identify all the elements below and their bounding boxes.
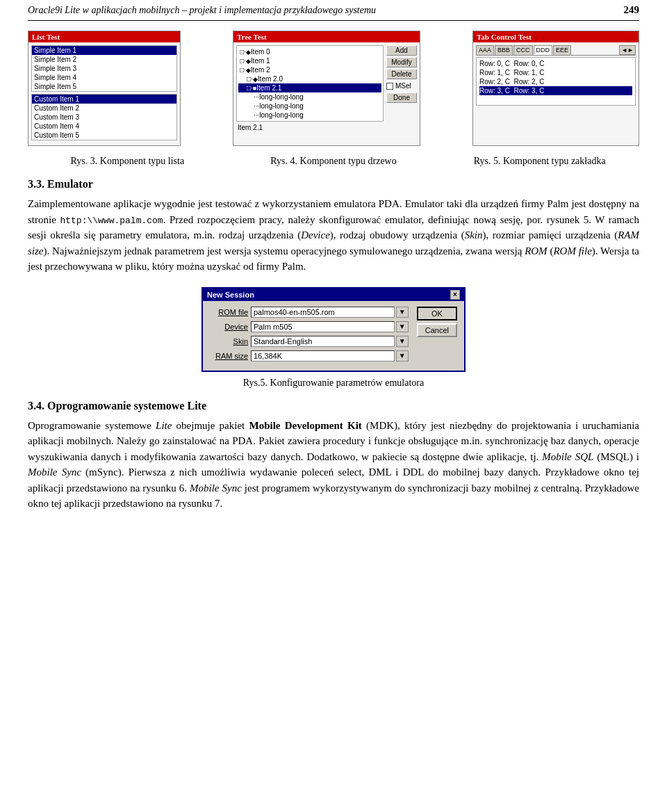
tab-row: Row: 2, C Row: 2, C	[479, 77, 632, 86]
dialog-row-device: Device ▼	[210, 321, 409, 332]
section-33-para1: Zaimplementowane aplikacje wygodnie jest…	[28, 196, 639, 275]
list-item[interactable]: Custom Item 3	[32, 113, 176, 122]
ram-field-row: ▼	[251, 350, 409, 362]
fig4-caption: Rys. 4. Komponent typu drzewo	[234, 156, 434, 167]
dialog-title: New Session	[207, 291, 254, 299]
tree-item[interactable]: ···long-long-long	[238, 92, 381, 102]
dialog-fields: ROM file ▼ Device ▼	[210, 307, 409, 365]
tab-nav-button[interactable]: ◄►	[619, 45, 636, 55]
device-dropdown-button[interactable]: ▼	[396, 321, 409, 332]
tab-test-body: AAA BBB CCC DDD EEE ◄► Row: 0, C Row: 0,…	[473, 45, 639, 108]
tab-row: Row: 1, C Row: 1, C	[479, 68, 632, 77]
ram-label: RAM size	[210, 352, 248, 360]
list-item[interactable]: Simple Item 5	[32, 82, 176, 91]
skin-dropdown-button[interactable]: ▼	[396, 336, 409, 347]
fig5-dialog-caption: Rys.5. Konfigurowanie parametrów emulato…	[28, 377, 639, 389]
list-item[interactable]: Simple Item 1	[32, 46, 176, 55]
tab-aaa[interactable]: AAA	[476, 45, 494, 55]
tree-item[interactable]: ···long-long-long	[238, 102, 381, 111]
tree-panel: □·◆Item 0 □·◆Item 1 □·◆Item 2 □·◆Item 2.…	[236, 45, 384, 122]
cancel-button[interactable]: Cancel	[417, 323, 457, 337]
rom-dropdown-button[interactable]: ▼	[396, 307, 409, 318]
done-button[interactable]: Done	[386, 92, 417, 103]
list-item[interactable]: Simple Item 2	[32, 55, 176, 64]
tree-test-body: □·◆Item 0 □·◆Item 1 □·◆Item 2 □·◆Item 2.…	[233, 45, 420, 134]
ram-dropdown-button[interactable]: ▼	[396, 350, 409, 362]
device-label: Device	[210, 323, 248, 331]
figures-row: List Test Simple Item 1 Simple Item 2 Si…	[28, 31, 639, 146]
tab-content: Row: 0, C Row: 0, C Row: 1, C Row: 1, C …	[476, 57, 636, 106]
section-34-heading: 3.4. Oprogramowanie systemowe Lite	[28, 400, 639, 412]
page-header: Oracle9i Lite w aplikacjach mobilnych – …	[28, 0, 639, 21]
add-button[interactable]: Add	[386, 45, 417, 56]
item-label-row: Item 2.1	[236, 124, 384, 131]
figures-captions: Rys. 3. Komponent typu lista Rys. 4. Kom…	[28, 156, 639, 167]
section-34-para1: Oprogramowanie systemowe Lite obejmuje p…	[28, 418, 639, 512]
tab-row: Row: 0, C Row: 0, C	[479, 59, 632, 68]
tab-test-title: Tab Control Test	[473, 31, 639, 42]
list-item[interactable]: Custom Item 1	[32, 95, 176, 104]
tab-row-selected: Row: 3, C Row: 3, C	[479, 86, 632, 95]
fig5-caption: Rys. 5. Komponent typu zakładka	[440, 156, 639, 167]
dialog-close-button[interactable]: ×	[450, 290, 460, 300]
page-number: 249	[624, 4, 640, 16]
list-item[interactable]: Custom Item 5	[32, 131, 176, 140]
rom-input[interactable]	[251, 307, 395, 318]
list-item[interactable]: Simple Item 4	[32, 73, 176, 82]
dialog-row-ram: RAM size ▼	[210, 350, 409, 362]
tab-bar: AAA BBB CCC DDD EEE ◄►	[476, 45, 636, 56]
custom-items-list: Custom Item 1 Custom Item 2 Custom Item …	[31, 94, 177, 140]
url-code: http:\\www.palm.com	[60, 216, 163, 226]
msel-row: MSel	[386, 82, 417, 90]
tree-test-figure: Tree Test □·◆Item 0 □·◆Item 1 □·◆Item 2 …	[233, 31, 420, 146]
device-input[interactable]	[251, 321, 395, 332]
new-session-dialog: New Session × ROM file ▼ Device	[201, 287, 466, 372]
skin-label: Skin	[210, 337, 248, 346]
dialog-titlebar: New Session ×	[203, 289, 464, 301]
device-field-row: ▼	[251, 321, 409, 332]
simple-items-list: Simple Item 1 Simple Item 2 Simple Item …	[31, 45, 177, 92]
tab-eee[interactable]: EEE	[553, 45, 571, 55]
modify-button[interactable]: Modify	[386, 57, 417, 67]
list-test-figure: List Test Simple Item 1 Simple Item 2 Si…	[28, 31, 181, 146]
tree-item[interactable]: □·◆Item 0	[238, 47, 381, 56]
dialog-row-skin: Skin ▼	[210, 336, 409, 347]
list-item[interactable]: Custom Item 4	[32, 122, 176, 131]
tab-ddd[interactable]: DDD	[534, 45, 553, 55]
list-test-title: List Test	[28, 31, 180, 42]
dialog-body: ROM file ▼ Device ▼	[203, 301, 464, 371]
tab-ccc[interactable]: CCC	[513, 45, 533, 55]
dialog-row-rom: ROM file ▼	[210, 307, 409, 318]
section-33-heading: 3.3. Emulator	[28, 178, 639, 190]
skin-field-row: ▼	[251, 336, 409, 347]
rom-field-row: ▼	[251, 307, 409, 318]
delete-button[interactable]: Delete	[386, 69, 417, 79]
tree-buttons: Add Modify Delete MSel Done	[386, 45, 417, 131]
dialog-buttons: OK Cancel	[417, 307, 457, 365]
tree-item[interactable]: □·◆Item 2	[238, 65, 381, 74]
list-item[interactable]: Simple Item 3	[32, 64, 176, 73]
tree-item[interactable]: □·◆Item 2.0	[238, 74, 381, 83]
list-item[interactable]: Custom Item 2	[32, 104, 176, 113]
header-title: Oracle9i Lite w aplikacjach mobilnych – …	[28, 5, 376, 16]
tree-test-title: Tree Test	[233, 31, 420, 42]
list-test-body: Simple Item 1 Simple Item 2 Simple Item …	[28, 45, 180, 145]
ram-input[interactable]	[251, 350, 395, 362]
tab-bbb[interactable]: BBB	[495, 45, 513, 55]
ok-button[interactable]: OK	[417, 307, 457, 320]
dialog-wrapper: New Session × ROM file ▼ Device	[28, 287, 639, 372]
item-label-prefix: Item 2.1	[238, 124, 263, 131]
skin-input[interactable]	[251, 336, 395, 347]
tree-item-selected[interactable]: □·■Item 2.1	[238, 83, 381, 92]
dialog-fields-and-buttons: ROM file ▼ Device ▼	[210, 307, 457, 365]
msel-label: MSel	[395, 82, 411, 90]
tree-item[interactable]: ···long-long-long	[238, 111, 381, 120]
fig3-caption: Rys. 3. Komponent typu lista	[28, 156, 227, 167]
msel-checkbox[interactable]	[386, 83, 393, 90]
rom-label: ROM file	[210, 308, 248, 316]
tab-test-figure: Tab Control Test AAA BBB CCC DDD EEE ◄► …	[472, 31, 639, 146]
tree-item[interactable]: □·◆Item 1	[238, 56, 381, 65]
